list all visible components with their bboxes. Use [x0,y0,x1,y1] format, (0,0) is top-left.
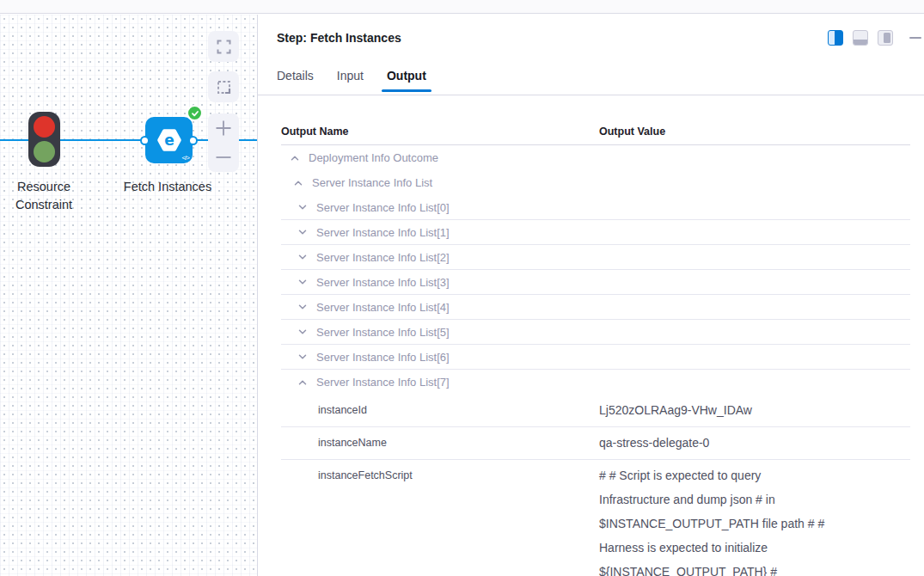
fullscreen-icon [217,40,231,54]
tree-row-label: Server Instance Info List [312,176,432,189]
node-label-resource-constraint: Resource Constraint [0,178,96,214]
chevron-down-icon [297,302,308,312]
tab-output[interactable]: Output [387,69,426,90]
pipeline-canvas[interactable]: Resource Constraint e </> Fetch Instance… [0,15,257,576]
output-row-instance-id: instanceId Lj520zOLRAag9-VHw_IDAw [281,395,910,427]
split-view-icon[interactable] [828,30,843,46]
traffic-light-green-icon [34,141,55,162]
harness-step-icon: e [155,126,184,155]
tree-row-label: Server Instance Info List[6] [316,351,450,364]
zoom-controls [208,113,239,172]
chevron-down-icon [297,277,308,287]
tree-row-list-3[interactable]: Server Instance Info List[3] [281,270,910,295]
output-key: instanceFetchScript [281,468,599,481]
output-key: instanceId [281,402,599,416]
chevron-up-icon [293,178,303,188]
marquee-select-button[interactable] [208,71,239,102]
page-title: Step: Fetch Instances [277,31,401,45]
bottom-panel-icon[interactable] [853,30,868,46]
tree-row-label: Server Instance Info List[0] [316,201,450,214]
zoom-out-icon[interactable] [214,148,233,167]
tree-row-label: Server Instance Info List[3] [316,276,450,289]
svg-text:e: e [164,132,174,149]
node-port-out[interactable] [188,136,198,145]
tree-row-label: Server Instance Info List[5] [316,326,450,339]
output-value: # # Script is expected to query Infrastr… [599,463,910,576]
success-check-icon [187,105,203,121]
node-fetch-instances[interactable]: e </> [145,117,193,163]
tree-row-label: Deployment Info Outcome [309,151,438,164]
tree-row-list-0[interactable]: Server Instance Info List[0] [281,195,910,220]
output-table: Output Name Output Value Deployment Info… [281,123,910,576]
tree-row-list-2[interactable]: Server Instance Info List[2] [281,245,910,270]
output-row-instance-name: instanceName qa-stress-delegate-0 [281,427,910,460]
chevron-up-icon [297,377,308,388]
top-strip [0,0,924,14]
output-value: Lj520zOLRAag9-VHw_IDAw [599,402,910,418]
tree-row-label: Server Instance Info List[2] [316,251,450,264]
chevron-down-icon [297,252,308,262]
minimize-icon[interactable] [909,37,921,40]
column-output-value: Output Value [599,126,910,138]
node-resource-constraint[interactable] [28,112,60,167]
tree-row-server-instance-info-list[interactable]: Server Instance Info List [281,170,910,195]
tree-row-list-7[interactable]: Server Instance Info List[7] [281,370,910,395]
tab-input[interactable]: Input [337,69,364,90]
step-details-panel: Step: Fetch Instances Details Input Outp… [257,15,924,576]
tree-row-list-1[interactable]: Server Instance Info List[1] [281,220,910,245]
tree-row-label: Server Instance Info List[4] [316,301,450,314]
column-output-name: Output Name [281,126,599,138]
panel-layout-toggles [828,30,921,46]
tree-row-list-4[interactable]: Server Instance Info List[4] [281,295,910,320]
traffic-light-red-icon [34,116,55,138]
output-row-instance-fetch-script: instanceFetchScript # # Script is expect… [281,460,910,576]
chevron-down-icon [297,202,308,212]
node-label-fetch-instances: Fetch Instances [103,178,232,196]
fullscreen-button[interactable] [208,31,239,62]
step-tabs: Details Input Output [277,69,426,90]
output-value: qa-stress-delegate-0 [599,435,910,450]
tree-row-deployment-info-outcome[interactable]: Deployment Info Outcome [281,145,910,170]
tree-row-label: Server Instance Info List[1] [316,226,450,239]
node-port-in[interactable] [140,136,150,145]
tree-row-list-6[interactable]: Server Instance Info List[6] [281,345,910,370]
table-header: Output Name Output Value [281,123,910,145]
chevron-down-icon [297,227,308,237]
tree-row-list-5[interactable]: Server Instance Info List[5] [281,320,910,345]
right-panel-icon[interactable] [878,30,893,46]
zoom-in-icon[interactable] [214,119,233,138]
output-key: instanceName [281,435,599,449]
chevron-up-icon [290,153,300,163]
chevron-down-icon [297,327,308,337]
tabs-divider [258,95,924,95]
marquee-select-icon [217,80,231,95]
code-icon: </> [181,154,189,162]
tab-details[interactable]: Details [277,69,314,90]
chevron-down-icon [297,352,308,362]
tree-row-label: Server Instance Info List[7] [316,376,450,389]
